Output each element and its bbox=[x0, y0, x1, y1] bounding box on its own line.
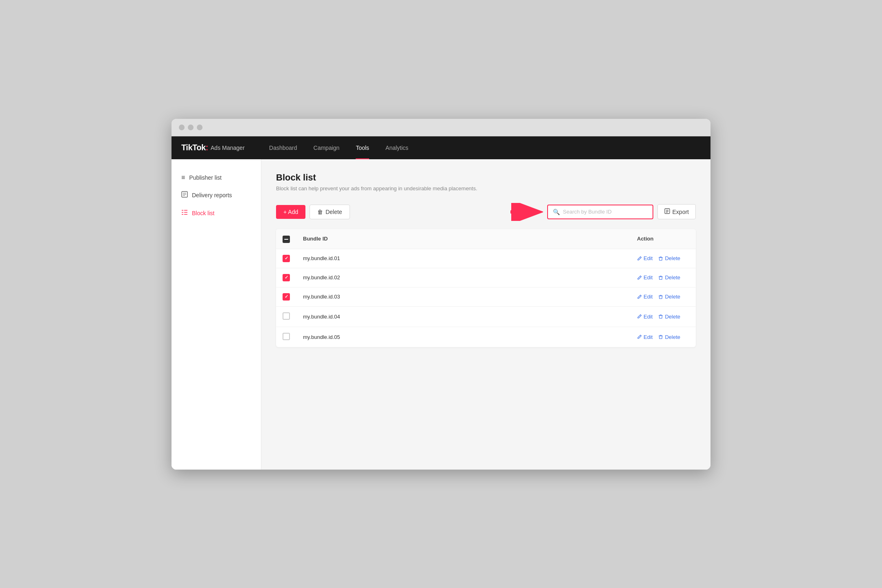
data-table: Bundle ID Action ✓my.bundle.id.01 Edit bbox=[276, 229, 696, 347]
sidebar-item-publisher-list[interactable]: ≡ Publisher list bbox=[172, 169, 261, 186]
edit-link-0[interactable]: Edit bbox=[637, 255, 653, 261]
sidebar-item-label-delivery: Delivery reports bbox=[192, 192, 232, 198]
trash-icon-row-2 bbox=[658, 294, 663, 299]
cell-checkbox-0: ✓ bbox=[276, 249, 296, 268]
table-row: ✓my.bundle.id.01 Edit Delete bbox=[276, 249, 696, 268]
cell-action-0: Edit Delete bbox=[630, 249, 696, 268]
cell-checkbox-2: ✓ bbox=[276, 287, 296, 306]
delete-link-3[interactable]: Delete bbox=[658, 314, 680, 320]
trash-icon-row-1 bbox=[658, 275, 663, 280]
trash-icon-row-3 bbox=[658, 314, 663, 319]
edit-icon-1 bbox=[637, 275, 642, 280]
table-row: my.bundle.id.04 Edit Delete bbox=[276, 306, 696, 327]
browser-titlebar bbox=[172, 119, 710, 136]
app-logo: TikTok: Ads Manager bbox=[181, 143, 245, 152]
delete-link-1[interactable]: Delete bbox=[658, 274, 680, 281]
trash-icon-row-4 bbox=[658, 334, 663, 339]
nav-analytics[interactable]: Analytics bbox=[377, 136, 416, 159]
sidebar-item-delivery-reports[interactable]: Delivery reports bbox=[172, 186, 261, 204]
sidebar-item-label-block: Block list bbox=[192, 210, 214, 216]
search-box: 🔍 bbox=[547, 205, 653, 219]
delete-label: Delete bbox=[325, 209, 342, 215]
delete-link-4[interactable]: Delete bbox=[658, 334, 680, 340]
arrow-svg bbox=[510, 203, 543, 221]
svg-rect-19 bbox=[659, 336, 663, 336]
checkbox-checked-0[interactable]: ✓ bbox=[283, 255, 290, 262]
action-links-0: Edit Delete bbox=[637, 255, 689, 261]
export-button[interactable]: Export bbox=[657, 204, 696, 219]
table-body: ✓my.bundle.id.01 Edit Delete ✓my.bundle.… bbox=[276, 249, 696, 347]
table-row: my.bundle.id.05 Edit Delete bbox=[276, 327, 696, 347]
cell-checkbox-3 bbox=[276, 306, 296, 327]
edit-icon-4 bbox=[637, 334, 642, 339]
cell-bundle-id-1: my.bundle.id.02 bbox=[296, 268, 630, 287]
logo-ads-manager: Ads Manager bbox=[211, 145, 245, 151]
export-label: Export bbox=[673, 209, 689, 215]
cell-action-1: Edit Delete bbox=[630, 268, 696, 287]
check-icon-0: ✓ bbox=[285, 256, 288, 261]
trash-icon: 🗑 bbox=[317, 209, 323, 215]
search-input[interactable] bbox=[563, 209, 648, 215]
svg-rect-18 bbox=[659, 315, 663, 316]
app-nav: TikTok: Ads Manager Dashboard Campaign T… bbox=[172, 136, 710, 159]
toolbar: + Add 🗑 Delete bbox=[276, 203, 696, 221]
edit-link-1[interactable]: Edit bbox=[637, 274, 653, 281]
browser-dot-red bbox=[179, 125, 185, 130]
svg-rect-17 bbox=[659, 296, 663, 296]
cell-bundle-id-0: my.bundle.id.01 bbox=[296, 249, 630, 268]
checkbox-unchecked-4[interactable] bbox=[283, 333, 290, 340]
checkbox-unchecked-3[interactable] bbox=[283, 312, 290, 320]
search-icon: 🔍 bbox=[553, 209, 560, 215]
checkbox-checked-2[interactable]: ✓ bbox=[283, 293, 290, 301]
logo-colon: : bbox=[206, 143, 208, 152]
cell-action-2: Edit Delete bbox=[630, 287, 696, 306]
nav-dashboard[interactable]: Dashboard bbox=[261, 136, 305, 159]
delete-button[interactable]: 🗑 Delete bbox=[310, 205, 350, 219]
checkbox-checked-1[interactable]: ✓ bbox=[283, 274, 290, 281]
edit-link-4[interactable]: Edit bbox=[637, 334, 653, 340]
delivery-reports-icon bbox=[181, 191, 188, 199]
page-title: Block list bbox=[276, 172, 696, 183]
page-description: Block list can help prevent your ads fro… bbox=[276, 185, 696, 192]
browser-window: TikTok: Ads Manager Dashboard Campaign T… bbox=[172, 119, 710, 470]
add-button[interactable]: + Add bbox=[276, 205, 305, 219]
nav-campaign[interactable]: Campaign bbox=[305, 136, 348, 159]
publisher-list-icon: ≡ bbox=[181, 174, 185, 181]
table-header-row: Bundle ID Action bbox=[276, 229, 696, 249]
col-header-action: Action bbox=[630, 229, 696, 249]
svg-rect-16 bbox=[659, 276, 663, 277]
main-content: Block list Block list can help prevent y… bbox=[261, 159, 710, 470]
edit-link-3[interactable]: Edit bbox=[637, 314, 653, 320]
delete-link-0[interactable]: Delete bbox=[658, 255, 680, 261]
block-list-icon bbox=[181, 209, 188, 217]
delete-link-2[interactable]: Delete bbox=[658, 294, 680, 300]
cell-action-4: Edit Delete bbox=[630, 327, 696, 347]
action-links-1: Edit Delete bbox=[637, 274, 689, 281]
sidebar: ≡ Publisher list Delivery reports bbox=[172, 159, 261, 470]
check-icon-2: ✓ bbox=[285, 294, 288, 299]
cell-bundle-id-3: my.bundle.id.04 bbox=[296, 306, 630, 327]
nav-tools[interactable]: Tools bbox=[347, 136, 377, 159]
select-all-checkbox[interactable] bbox=[283, 236, 290, 243]
edit-link-2[interactable]: Edit bbox=[637, 294, 653, 300]
app-body: ≡ Publisher list Delivery reports bbox=[172, 159, 710, 470]
edit-icon-0 bbox=[637, 256, 642, 261]
action-links-3: Edit Delete bbox=[637, 314, 689, 320]
cell-bundle-id-4: my.bundle.id.05 bbox=[296, 327, 630, 347]
cell-bundle-id-2: my.bundle.id.03 bbox=[296, 287, 630, 306]
sidebar-item-block-list[interactable]: Block list bbox=[172, 204, 261, 222]
browser-dot-green bbox=[197, 125, 203, 130]
cell-action-3: Edit Delete bbox=[630, 306, 696, 327]
trash-icon-row-0 bbox=[658, 256, 663, 261]
table-row: ✓my.bundle.id.03 Edit Delete bbox=[276, 287, 696, 306]
arrow-indicator bbox=[510, 203, 543, 221]
check-icon-1: ✓ bbox=[285, 275, 288, 280]
export-icon bbox=[664, 208, 670, 215]
sidebar-item-label-publisher: Publisher list bbox=[189, 174, 221, 181]
svg-rect-15 bbox=[659, 257, 663, 258]
col-header-checkbox bbox=[276, 229, 296, 249]
checkbox-dash-icon bbox=[284, 239, 288, 240]
cell-checkbox-1: ✓ bbox=[276, 268, 296, 287]
edit-icon-3 bbox=[637, 314, 642, 319]
browser-dot-yellow bbox=[188, 125, 194, 130]
